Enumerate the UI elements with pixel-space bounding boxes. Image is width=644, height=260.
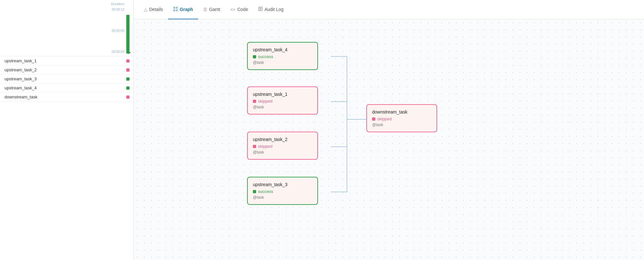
tab-graph-label: Graph (180, 7, 193, 12)
task-name: upstream_task_4 (5, 85, 37, 90)
task-name: upstream_task_1 (5, 58, 37, 63)
node-decorator: @task (253, 105, 312, 109)
duration-bar-container (126, 8, 130, 54)
svg-rect-1 (176, 7, 178, 8)
node-decorator: @task (253, 60, 312, 65)
node-status-text: success (258, 54, 273, 59)
duration-bar (126, 15, 130, 54)
list-item[interactable]: upstream_task_1 (0, 56, 133, 65)
tab-gantt[interactable]: ☰ Gantt (198, 0, 225, 19)
status-dot (253, 55, 256, 58)
status-dot (253, 100, 256, 103)
tab-audit-log[interactable]: Audit Log (253, 0, 289, 19)
svg-rect-2 (174, 10, 175, 11)
tabs-bar: △ Details Graph ☰ Gantt <> Code (134, 0, 644, 19)
time-label-0: 00:00:00 (112, 50, 124, 54)
task-name: upstream_task_3 (5, 76, 37, 81)
node-upstream-task-1[interactable]: upstream_task_1 skipped @task (247, 86, 318, 115)
gantt-header: Duration 00:00:10 00:00:05 00:00:00 (0, 0, 133, 56)
svg-rect-3 (176, 10, 178, 11)
left-panel: Duration 00:00:10 00:00:05 00:00:00 upst… (0, 0, 134, 260)
tab-code[interactable]: <> Code (225, 0, 253, 19)
tab-graph[interactable]: Graph (168, 0, 198, 19)
graph-canvas: upstream_task_4 success @task upstream_t… (134, 19, 644, 260)
node-title: upstream_task_2 (253, 137, 312, 142)
node-decorator: @task (253, 195, 312, 200)
node-upstream-task-3[interactable]: upstream_task_3 success @task (247, 177, 318, 205)
time-label-5: 00:00:05 (112, 29, 124, 33)
status-dot (126, 86, 130, 90)
list-item[interactable]: upstream_task_2 (0, 65, 133, 75)
status-dot (126, 59, 130, 63)
node-status-text: skipped (258, 99, 273, 104)
svg-rect-0 (174, 7, 175, 8)
duration-label: Duration (111, 2, 124, 6)
details-icon: △ (144, 7, 147, 12)
tab-details[interactable]: △ Details (139, 0, 168, 19)
node-status: skipped (372, 116, 431, 121)
task-list: upstream_task_1 upstream_task_2 upstream… (0, 56, 133, 260)
code-icon: <> (230, 7, 235, 12)
node-title: upstream_task_1 (253, 92, 312, 97)
node-status: skipped (253, 144, 312, 149)
tab-code-label: Code (237, 7, 248, 12)
right-panel: △ Details Graph ☰ Gantt <> Code (134, 0, 644, 260)
audit-log-icon (258, 7, 263, 12)
status-dot (253, 145, 256, 148)
node-title: upstream_task_3 (253, 182, 312, 187)
graph-icon (173, 7, 178, 12)
node-status: skipped (253, 99, 312, 104)
list-item[interactable]: downstream_task (0, 93, 133, 102)
node-status-text: success (258, 189, 273, 194)
node-downstream-task[interactable]: downstream_task skipped @task (366, 104, 437, 132)
tab-audit-log-label: Audit Log (264, 7, 284, 12)
node-decorator: @task (253, 150, 312, 155)
list-item[interactable]: upstream_task_3 (0, 75, 133, 84)
play-icon (128, 51, 131, 54)
time-label-10: 00:00:10 (112, 8, 124, 11)
node-status: success (253, 189, 312, 194)
tab-details-label: Details (149, 7, 163, 12)
node-decorator: @task (372, 123, 431, 127)
status-dot (126, 68, 130, 72)
node-status: success (253, 54, 312, 59)
graph-content: upstream_task_4 success @task upstream_t… (244, 32, 534, 242)
status-dot (372, 117, 375, 121)
task-name: upstream_task_2 (5, 67, 37, 72)
task-name: downstream_task (5, 95, 37, 99)
status-dot (126, 95, 130, 99)
node-title: downstream_task (372, 109, 431, 115)
node-status-text: skipped (258, 144, 273, 149)
status-dot (126, 77, 130, 81)
node-upstream-task-4[interactable]: upstream_task_4 success @task (247, 42, 318, 70)
node-status-text: skipped (377, 116, 392, 121)
list-item[interactable]: upstream_task_4 (0, 84, 133, 93)
time-axis: 00:00:10 00:00:05 00:00:00 (112, 8, 124, 54)
gantt-icon: ☰ (203, 7, 207, 12)
node-title: upstream_task_4 (253, 47, 312, 52)
node-upstream-task-2[interactable]: upstream_task_2 skipped @task (247, 132, 318, 160)
status-dot (253, 190, 256, 193)
tab-gantt-label: Gantt (209, 7, 220, 12)
